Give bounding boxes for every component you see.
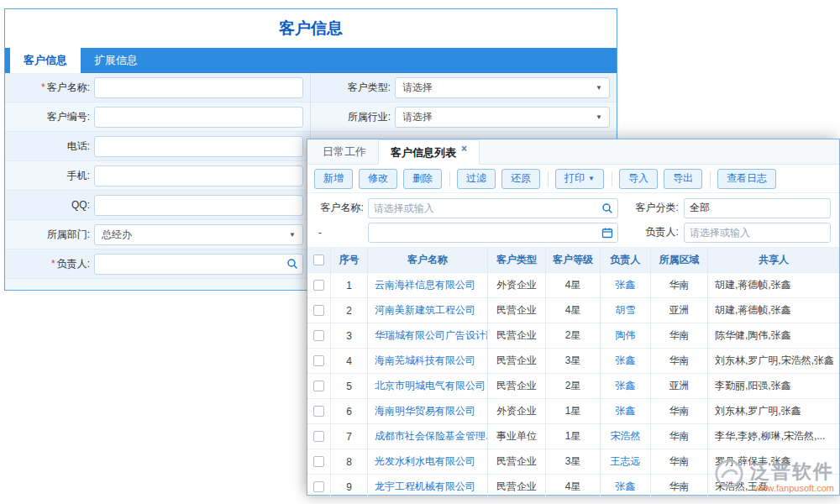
customer-name-link[interactable]: 华瑞城有限公司广告设计部: [368, 323, 488, 349]
manager-link[interactable]: 王志远: [601, 449, 651, 475]
row-checkbox[interactable]: [313, 330, 324, 341]
row-checkbox[interactable]: [313, 280, 324, 291]
customer-type-select[interactable]: 请选择 ▼: [395, 77, 610, 98]
table-row[interactable]: 2 河南美新建筑工程公司 民营企业 4星 胡雪 亚洲 胡建,蒋德帧,张鑫: [307, 298, 839, 323]
manager-link[interactable]: 张鑫: [601, 475, 651, 500]
row-checkbox[interactable]: [313, 456, 324, 467]
filter-panel: 客户名称: 客户分类: -: [307, 193, 839, 248]
shared-people: 刘东林,罗广明,宋浩然,张鑫: [708, 349, 839, 374]
customer-name-filter-input[interactable]: [368, 198, 619, 218]
header-manager: 负责人: [601, 248, 651, 273]
table-row[interactable]: 4 海南芜城科技有限公司 民营企业 3星 张鑫 华南 刘东林,罗广明,宋浩然,张…: [307, 349, 839, 374]
tab-extended-info[interactable]: 扩展信息: [81, 48, 151, 73]
import-button[interactable]: 导入: [619, 169, 658, 189]
region: 华南: [651, 323, 708, 349]
customer-type: 事业单位: [488, 424, 546, 449]
field-label: QQ:: [5, 199, 94, 211]
manager-link[interactable]: 张鑫: [601, 273, 651, 298]
tab-daily-work[interactable]: 日常工作: [311, 139, 378, 164]
customer-grade: 4星: [546, 298, 601, 323]
customer-name-link[interactable]: 龙宇工程机械有限公司: [368, 475, 488, 500]
customer-name-link[interactable]: 海南明华贸易有限公司: [368, 399, 488, 424]
row-checkbox[interactable]: [313, 481, 324, 492]
row-checkbox[interactable]: [313, 305, 324, 316]
filter-row-1: 客户名称: 客户分类:: [316, 196, 831, 220]
shared-people: 胡建,蒋德帧,张鑫: [708, 273, 839, 298]
export-button[interactable]: 导出: [664, 169, 702, 189]
mobile-field[interactable]: [94, 165, 303, 186]
customer-name-link[interactable]: 云南海祥信息有限公司: [368, 273, 488, 298]
phone-field[interactable]: [94, 136, 303, 157]
department-select-value: 总经办: [102, 228, 132, 242]
row-number: 6: [331, 399, 368, 424]
customer-name-filter-label: 客户名称:: [316, 201, 368, 215]
tab-customer-info[interactable]: 客户信息: [10, 48, 81, 73]
row-number: 2: [331, 298, 368, 323]
table-row[interactable]: 3 华瑞城有限公司广告设计部 民营企业 2星 陶伟 华南 陈华健,陶伟,张鑫: [307, 323, 839, 349]
qq-field[interactable]: [94, 195, 303, 216]
print-button[interactable]: 打印 ▼: [555, 169, 604, 189]
add-button[interactable]: 新增: [314, 169, 353, 189]
table-row[interactable]: 6 海南明华贸易有限公司 外资企业 1星 张鑫 华南 刘东林,罗广明,张鑫: [307, 399, 839, 424]
row-checkbox[interactable]: [313, 381, 324, 391]
search-icon[interactable]: [601, 202, 613, 214]
customer-number-field[interactable]: [94, 107, 303, 128]
manager-field[interactable]: [94, 254, 303, 275]
customer-name-link[interactable]: 海南芜城科技有限公司: [368, 349, 488, 374]
select-all-checkbox[interactable]: [313, 255, 324, 265]
customer-grade: 1星: [546, 424, 601, 449]
customer-name-link[interactable]: 光发水利水电有限公司: [368, 449, 488, 475]
customer-category-filter-input[interactable]: [684, 198, 831, 218]
list-toolbar: 新增 修改 删除 过滤 还原 打印 ▼ 导入 导出 查看日志: [307, 165, 839, 193]
shared-people: 陈华健,陶伟,张鑫: [708, 323, 839, 349]
header-region: 所属区域: [651, 248, 708, 273]
manager-link[interactable]: 张鑫: [601, 399, 651, 424]
edit-button[interactable]: 修改: [359, 169, 397, 189]
form-row-phone: 电话:: [5, 132, 310, 161]
calendar-icon[interactable]: [601, 227, 613, 239]
customer-name-link[interactable]: 成都市社会保险基金管理...: [368, 424, 488, 449]
table-row[interactable]: 9 龙宇工程机械有限公司 民营企业 4星 张鑫 华南 宋浩然,王磊: [307, 475, 839, 500]
restore-button[interactable]: 还原: [501, 169, 540, 189]
filter-button[interactable]: 过滤: [457, 169, 496, 189]
row-checkbox-cell: [307, 399, 331, 424]
industry-select[interactable]: 请选择 ▼: [395, 107, 610, 128]
manager-link[interactable]: 陶伟: [601, 323, 651, 349]
row-checkbox[interactable]: [313, 355, 324, 366]
region: 华南: [651, 449, 708, 475]
department-select[interactable]: 总经办 ▼: [94, 224, 303, 245]
manager-link[interactable]: 张鑫: [601, 349, 651, 374]
table-row[interactable]: 8 光发水利水电有限公司 民营企业 3星 王志远 华南 罗丹,薛保丰,张鑫: [307, 449, 839, 475]
tab-customer-list-label: 客户信息列表: [391, 140, 456, 165]
form-window-title: 客户信息: [5, 9, 617, 48]
customer-type: 民营企业: [488, 323, 546, 349]
region: 华南: [651, 273, 708, 298]
customer-grade: 1星: [546, 399, 601, 424]
close-tab-icon[interactable]: ×: [461, 140, 467, 157]
tab-customer-list[interactable]: 客户信息列表 ×: [378, 139, 480, 165]
table-row[interactable]: 5 北京市明城电气有限公司 民营企业 2星 张鑫 亚洲 李勤丽,阳强,张鑫: [307, 374, 839, 399]
customer-name-link[interactable]: 河南美新建筑工程公司: [368, 298, 488, 323]
manager-link[interactable]: 张鑫: [601, 374, 651, 399]
delete-button[interactable]: 删除: [403, 169, 442, 189]
form-row-customer-type: 客户类型: 请选择 ▼: [311, 73, 617, 102]
view-log-button[interactable]: 查看日志: [717, 169, 776, 189]
manager-link[interactable]: 胡雪: [601, 298, 651, 323]
customer-name-field[interactable]: [94, 77, 303, 98]
manager-link[interactable]: 宋浩然: [601, 424, 651, 449]
customer-grade: 3星: [546, 349, 601, 374]
customer-grade: 4星: [546, 475, 601, 500]
date-filter-input[interactable]: [368, 223, 619, 243]
field-label: 客户编号:: [5, 110, 94, 124]
customer-type: 外资企业: [488, 273, 546, 298]
table-row[interactable]: 7 成都市社会保险基金管理... 事业单位 1星 宋浩然 华南 李华,李婷,柳琳…: [307, 424, 839, 449]
row-checkbox[interactable]: [313, 406, 324, 417]
row-checkbox[interactable]: [313, 431, 324, 442]
search-icon[interactable]: [286, 258, 298, 270]
manager-filter-input[interactable]: [684, 223, 831, 243]
table-row[interactable]: 1 云南海祥信息有限公司 外资企业 4星 张鑫 华南 胡建,蒋德帧,张鑫: [307, 273, 839, 298]
customer-name-link[interactable]: 北京市明城电气有限公司: [368, 374, 488, 399]
toolbar-divider: [710, 171, 711, 186]
form-row-customer-name: *客户名称:: [5, 73, 310, 102]
form-row-department: 所属部门: 总经办 ▼: [5, 220, 310, 249]
